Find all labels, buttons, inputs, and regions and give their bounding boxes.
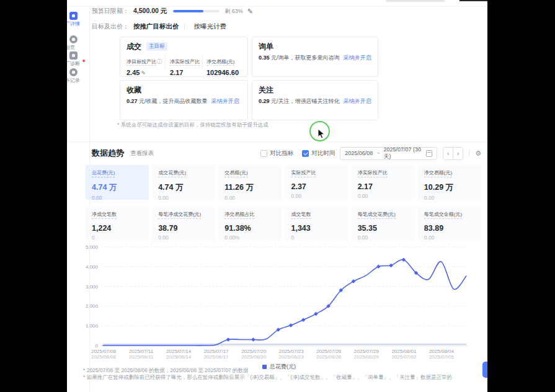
goal-bid-row: 目标及出价： 按推广目标出价 按曝光计费	[92, 22, 226, 31]
view-report-link[interactable]: 查看报表	[130, 149, 154, 158]
x-axis-label-current: 2025/07/11	[129, 349, 154, 354]
tile-label: 净实际投产比	[358, 169, 388, 177]
tile-value: 1,343	[291, 224, 342, 233]
adopt-enable-link[interactable]: 采纳并开启	[344, 55, 371, 61]
x-axis-label-current: 2025/08/04	[429, 349, 455, 354]
y-axis-label: 0	[95, 343, 99, 349]
metric-tile[interactable]: 每笔净成交花费(元)38.790.00	[152, 207, 215, 241]
x-axis-label-compare: 2025/06/23	[279, 354, 304, 360]
mouse-cursor-icon	[317, 128, 325, 139]
card-description: 0.29 元/关注，增强店铺关注转化采纳并开启	[259, 97, 371, 105]
date-start: 2025/06/08	[345, 150, 373, 156]
sidebar-item-label: 广诊断	[67, 60, 80, 67]
y-axis-label: 5,000	[86, 244, 99, 250]
tile-label: 每笔成交花费(元)	[358, 211, 396, 219]
metric-tile[interactable]: 每笔成交花费(元)35.350.00	[352, 207, 415, 241]
floating-widget-edge[interactable]	[482, 362, 487, 378]
x-axis-label-current: 2025/07/20	[241, 349, 267, 354]
x-axis-label-compare: 2025/06/29	[354, 354, 380, 360]
card-title: 成交	[127, 42, 141, 52]
y-axis-label: 4,000	[86, 264, 99, 270]
metric-tile[interactable]: 总花费(元)4.74 万0.00	[86, 165, 149, 200]
x-axis-label-compare: 2025/06/26	[316, 354, 342, 360]
metric-tile[interactable]: 成交花费(元)4.74 万0.00	[152, 165, 215, 200]
tile-label: 每笔成交金额(元)	[424, 211, 462, 219]
budget-remaining: 剩 63%	[224, 7, 243, 16]
tile-compare-value: 0.00	[424, 195, 475, 201]
main-series-line	[103, 259, 466, 345]
tile-value: 91.38%	[224, 224, 275, 233]
tab-bid-by-exposure[interactable]: 按曝光计费	[194, 22, 227, 31]
metric-tile[interactable]: 交易额(元)11.26 万0.00	[218, 165, 282, 200]
diagnosis-icon	[69, 51, 78, 60]
tile-value: 1,224	[92, 224, 143, 233]
card-description: 0.35 元/询单，获取更多意向咨询采纳并开启	[259, 54, 371, 62]
x-axis-label-current: 2025/07/26	[316, 349, 342, 354]
gear-icon[interactable]: ⚙	[475, 149, 481, 158]
adopt-enable-link[interactable]: 采纳并开启	[211, 98, 239, 104]
top-dark-fragment	[460, 0, 487, 1]
tile-value: 2.17	[358, 182, 409, 191]
compare-metric-label: 对比指标	[270, 149, 293, 158]
tile-value: 83.89	[424, 224, 475, 233]
data-point-marker	[289, 323, 293, 327]
metric-tile[interactable]: 每笔成交金额(元)83.890.00	[418, 207, 481, 241]
info-icon[interactable]: ⓘ	[157, 59, 162, 65]
date-range-picker[interactable]: 2025/06/08 ~ 2025/07/07 (30天)	[340, 147, 437, 160]
legend-label: 总花费(元)	[270, 363, 296, 371]
goal-label: 目标及出价：	[92, 22, 129, 31]
tile-compare-value: 0.00	[291, 193, 342, 199]
x-axis-label-compare: 2025/06/20	[241, 354, 267, 360]
top-scroll-fragment	[386, 0, 445, 2]
goal-card-inquiry: 询单 0.35 元/询单，获取更多意向咨询采纳并开启	[252, 37, 378, 77]
tile-value: 4.74 万	[92, 182, 143, 193]
tile-value: 35.35	[358, 224, 409, 233]
card-title: 收藏	[127, 85, 141, 96]
daily-budget-row: 预算日限额： 4,500.00 元 剩 63% ✎	[92, 7, 253, 16]
tile-compare-value: 0.00	[92, 195, 143, 201]
sidebar-item-promo-detail[interactable]: 广详情	[67, 11, 89, 32]
tab-bid-by-goal[interactable]: 按推广目标出价	[133, 22, 179, 31]
budget-edit-pencil-icon[interactable]: ✎	[247, 7, 253, 16]
main-panel: 广详情 创意 广诊断 作记录 预算日限额： 4,500.00 元 剩 63%	[67, 0, 487, 392]
metric-tile[interactable]: 实际投产比2.370.00	[285, 165, 348, 200]
chart-legend[interactable]: 总花费(元)	[242, 363, 316, 371]
metric-edit-pencil-icon[interactable]: ✎	[141, 70, 146, 76]
data-point-marker	[226, 337, 231, 342]
screenshot-stage: 广详情 创意 广诊断 作记录 预算日限额： 4,500.00 元 剩 63%	[0, 0, 555, 392]
metric-tile[interactable]: 净实际投产比2.170.00	[352, 165, 415, 200]
tile-compare-value: 0.00	[158, 234, 209, 241]
tile-compare-value: 0.00	[224, 195, 275, 201]
calendar-icon	[426, 150, 432, 157]
tile-label: 每笔净成交花费(元)	[158, 211, 201, 219]
header-divider	[469, 150, 469, 157]
y-axis-label: 1,000	[86, 323, 99, 329]
tile-value: 38.79	[158, 224, 209, 233]
tile-compare-value: 0.00	[424, 234, 475, 241]
y-axis-label: 3,000	[86, 284, 99, 290]
metric-tile[interactable]: 净交易额占比91.38%0.00%	[218, 207, 282, 241]
tile-label: 总花费(元)	[92, 169, 115, 177]
tile-compare-value: 0.00	[158, 195, 209, 201]
goal-card-favorite: 收藏 0.27 元/收藏，提升商品收藏数量采纳并开启	[120, 80, 248, 120]
tile-compare-value: 0.00	[358, 234, 409, 241]
data-point-marker	[251, 337, 255, 342]
primary-goal-badge: 主目标	[146, 42, 167, 51]
metric-divider	[165, 54, 166, 70]
compare-time-checkbox[interactable]	[302, 150, 309, 157]
x-axis-label-current: 2025/07/14	[166, 349, 192, 354]
metric-tile[interactable]: 净成交笔数1,2240	[86, 207, 149, 241]
compare-metric-checkbox[interactable]	[260, 150, 267, 157]
tile-label: 成交花费(元)	[158, 169, 186, 177]
adopt-enable-link[interactable]: 采纳并开启	[344, 98, 371, 104]
next-period-button[interactable]: ›	[453, 148, 463, 159]
x-axis-label-current: 2025/07/08	[91, 349, 117, 354]
metric-tile[interactable]: 净交易额(元)10.29 万0.00	[418, 165, 481, 200]
goal-hint-note: * 系统会尽可能达成你设置的目标，保持稳定投放有助于提升达成	[117, 122, 269, 129]
x-axis-label-compare: 2025/06/11	[129, 354, 154, 360]
metric-tile[interactable]: 成交笔数1,3430	[285, 207, 348, 241]
prev-period-button[interactable]: ‹	[443, 148, 453, 159]
tile-compare-value: 0	[92, 234, 143, 241]
tab-divider	[184, 24, 185, 30]
sidebar-item-records[interactable]: 作记录	[67, 67, 89, 88]
